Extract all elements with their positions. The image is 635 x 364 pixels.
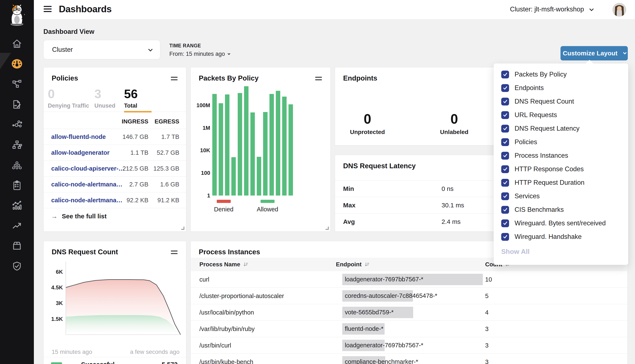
column-header-process-name[interactable]: Process Name — [199, 261, 248, 268]
egress-value: 1.7 TB — [161, 134, 179, 140]
checkbox-checked-icon[interactable] — [501, 125, 509, 132]
menu-item-http-response-codes[interactable]: HTTP Response Codes — [494, 162, 628, 176]
sidebar-item-managed-clusters[interactable] — [0, 158, 34, 173]
menu-item-wireguard-bytes[interactable]: Wireguard. Bytes sent/received — [494, 216, 628, 230]
endpoint-cell: loadgenerator-7697bb7567-* — [336, 271, 423, 288]
menu-item-label: Packets By Policy — [515, 70, 567, 78]
shield-check-icon — [12, 261, 22, 271]
see-full-list-link[interactable]: → See the full list — [44, 208, 186, 224]
table-row[interactable]: curl loadgenerator-7697bb7567-* 10 — [191, 271, 627, 288]
checkbox-checked-icon[interactable] — [501, 179, 509, 187]
policy-link[interactable]: calico-cloud-apiserver-… — [51, 165, 125, 172]
drag-handle-icon[interactable] — [315, 77, 322, 80]
latency-card-title: DNS Request Latency — [343, 162, 416, 170]
sidebar-item-dashboards[interactable] — [0, 56, 34, 72]
sidebar-item-service-graph[interactable] — [0, 117, 34, 132]
endpoint-cell: vote-5655bd759-* — [336, 304, 394, 320]
menu-item-dns-request-latency[interactable]: DNS Request Latency — [494, 122, 628, 135]
hamburger-menu-icon[interactable] — [44, 6, 52, 13]
package-box-icon — [12, 241, 22, 251]
time-range-value[interactable]: From: 15 minutes ago — [169, 51, 230, 57]
checkbox-checked-icon[interactable] — [501, 220, 509, 227]
sort-icon[interactable] — [364, 262, 370, 267]
sidebar-item-policies[interactable] — [0, 97, 34, 112]
view-select-value: Cluster — [52, 46, 73, 54]
resize-handle-icon[interactable] — [326, 226, 329, 230]
column-header-egress: EGRESS — [154, 118, 179, 125]
x-axis-label-start: 15 minutes ago — [52, 348, 92, 355]
menu-item-policies[interactable]: Policies — [494, 135, 628, 149]
stat-total[interactable]: 56 Total — [124, 84, 151, 112]
menu-item-cis-benchmarks[interactable]: CIS Benchmarks — [494, 203, 628, 216]
dashboard-view-select[interactable]: Cluster — [43, 40, 160, 60]
dns-legend-row[interactable]: Successful 5,572 — [44, 357, 186, 364]
ingress-value: 1.1 TB — [130, 149, 148, 156]
dns-chart-x-axis: 15 minutes ago a few seconds ago — [52, 348, 179, 355]
stat-label: Unprotected — [350, 129, 385, 136]
sidebar-item-image-assurance[interactable] — [0, 238, 34, 254]
sitemap-icon — [12, 140, 22, 150]
table-row[interactable]: /usr/local/bin/python vote-5655bd759-* 4 — [191, 304, 627, 321]
sidebar-item-compliance[interactable] — [0, 178, 34, 193]
user-avatar[interactable] — [612, 3, 626, 16]
policy-link[interactable]: allow-fluentd-node — [51, 134, 106, 140]
see-full-list-label: See the full list — [62, 213, 107, 220]
time-range-control: TIME RANGE From: 15 minutes ago — [169, 43, 230, 57]
calico-cat-logo[interactable] — [5, 2, 29, 27]
menu-item-label: URL Requests — [515, 111, 557, 119]
table-row[interactable]: /cluster-proportional-autoscaler coredns… — [191, 288, 627, 304]
policy-link[interactable]: allow-loadgenerator — [51, 149, 110, 156]
checkbox-checked-icon[interactable] — [501, 192, 509, 200]
legend-item-allowed[interactable]: Allowed — [257, 200, 278, 213]
sidebar-item-network-sets[interactable] — [0, 137, 34, 152]
menu-item-packets-by-policy[interactable]: Packets By Policy — [494, 68, 628, 81]
menu-item-http-request-duration[interactable]: HTTP Request Duration — [494, 176, 628, 190]
menu-item-endpoints[interactable]: Endpoints — [494, 81, 628, 95]
customize-layout-label: Customize Layout — [563, 50, 617, 57]
checkbox-checked-icon[interactable] — [501, 233, 509, 241]
cluster-picker[interactable]: Cluster: jlt-msft-workshop — [510, 6, 593, 13]
checkbox-checked-icon[interactable] — [501, 70, 509, 78]
drag-handle-icon[interactable] — [171, 250, 178, 254]
menu-item-process-instances[interactable]: Process Instances — [494, 149, 628, 162]
policy-link[interactable]: calico-node-alertmana… — [51, 197, 123, 204]
sidebar-item-home[interactable] — [0, 36, 34, 51]
checkbox-checked-icon[interactable] — [501, 165, 509, 173]
ingress-value: 212.5 GB — [122, 165, 148, 172]
checkbox-checked-icon[interactable] — [501, 138, 509, 146]
sidebar-item-network-flows[interactable] — [0, 76, 34, 92]
stat-denying-traffic[interactable]: 0 Denying Traffic — [48, 84, 91, 112]
checkbox-checked-icon[interactable] — [501, 84, 509, 92]
count-cell: 3 — [485, 342, 489, 349]
checkbox-checked-icon[interactable] — [501, 98, 509, 106]
sidebar-item-threat-defense[interactable] — [0, 258, 34, 274]
resize-handle-icon[interactable] — [181, 226, 184, 230]
sort-icon[interactable] — [243, 262, 248, 267]
checkbox-checked-icon[interactable] — [501, 206, 509, 214]
legend-item-denied[interactable]: Denied — [214, 200, 234, 213]
sidebar-item-trends[interactable] — [0, 218, 34, 233]
customize-layout-popover: Packets By Policy Endpoints DNS Request … — [494, 64, 628, 265]
policy-link[interactable]: calico-node-alertmana… — [51, 181, 123, 188]
menu-item-dns-request-count[interactable]: DNS Request Count — [494, 95, 628, 108]
menu-item-label: CIS Benchmarks — [515, 206, 564, 214]
sidebar-item-activity[interactable] — [0, 198, 34, 213]
menu-item-services[interactable]: Services — [494, 190, 628, 203]
table-row[interactable]: /var/lib/ruby/bin/ruby fluentd-node-* 3 — [191, 321, 627, 337]
drag-handle-icon[interactable] — [171, 77, 178, 80]
table-row[interactable]: /usr/bin/curl loadgenerator-7697bb7567-*… — [191, 337, 627, 354]
checkbox-checked-icon[interactable] — [501, 152, 509, 160]
stat-unused[interactable]: 3 Unused — [94, 84, 120, 112]
page-title: Dashboards — [59, 4, 112, 14]
latency-label: Avg — [343, 218, 355, 225]
menu-item-wireguard-handshake[interactable]: Wireguard. Handshake — [494, 230, 628, 244]
stat-value: 0 — [48, 88, 91, 100]
column-header-endpoint[interactable]: Endpoint — [336, 261, 370, 268]
show-all-link[interactable]: Show All — [501, 248, 628, 256]
menu-item-url-requests[interactable]: URL Requests — [494, 108, 628, 122]
allowed-swatch-icon — [261, 200, 275, 203]
endpoint-cell: loadgenerator-7697bb7567-* — [336, 337, 423, 354]
table-row[interactable]: /usr/bin/kube-bench compliance-benchmark… — [191, 354, 627, 364]
checkbox-checked-icon[interactable] — [501, 111, 509, 119]
customize-layout-button[interactable]: Customize Layout — [560, 46, 628, 60]
